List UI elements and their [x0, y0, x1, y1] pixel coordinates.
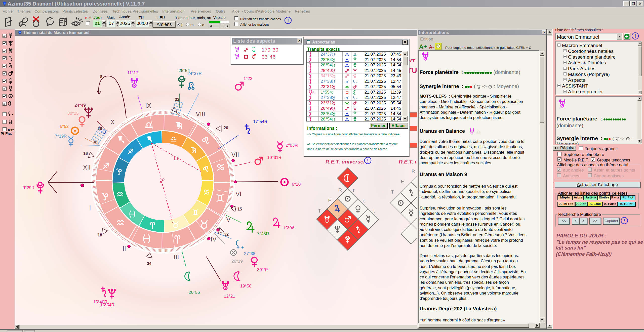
svg-text:IX: IX: [145, 102, 151, 109]
svg-text:!: !: [367, 158, 369, 163]
svg-text:R: R: [412, 169, 415, 174]
svg-text:20°56: 20°56: [189, 290, 200, 295]
svg-text:VI: VI: [235, 190, 242, 197]
svg-text:R: R: [338, 187, 342, 193]
svg-text:19°31R: 19°31R: [267, 155, 281, 160]
svg-text:r: r: [353, 187, 355, 193]
svg-text:VII: VII: [231, 151, 239, 158]
svg-text:17°54R: 17°54R: [253, 119, 267, 124]
svg-text:28: 28: [98, 127, 102, 131]
svg-text:R.E.T. universel: R.E.T. universel: [326, 159, 365, 164]
svg-text:1°23: 1°23: [244, 76, 252, 81]
svg-text:T: T: [391, 189, 394, 195]
svg-text:15: 15: [237, 207, 242, 211]
svg-text:E: E: [328, 198, 331, 203]
svg-text:24°49: 24°49: [74, 103, 86, 108]
svg-text:T: T: [318, 208, 321, 214]
svg-text:V: V: [226, 216, 231, 223]
svg-text:6°18: 6°18: [292, 182, 301, 187]
svg-text:!: !: [624, 218, 625, 223]
svg-text:9°29R: 9°29R: [23, 185, 34, 190]
svg-text:26°19: 26°19: [231, 259, 243, 264]
svg-text:X: X: [110, 118, 115, 126]
svg-text:XI: XI: [93, 139, 99, 146]
svg-text:E: E: [401, 179, 404, 184]
svg-text:27°38: 27°38: [244, 251, 255, 256]
svg-text:R.E.T. i: R.E.T. i: [399, 159, 417, 164]
svg-text:II: II: [123, 245, 126, 252]
svg-text:18: 18: [98, 233, 102, 237]
svg-text:15°54R: 15°54R: [100, 303, 114, 307]
svg-text:32: 32: [175, 97, 179, 102]
svg-text:VIII: VIII: [196, 110, 205, 117]
svg-text:2°03R: 2°03R: [286, 143, 298, 148]
svg-text:IV: IV: [211, 236, 217, 243]
svg-text:12°21: 12°21: [224, 294, 235, 299]
svg-text:I: I: [89, 204, 91, 211]
svg-text:6°52: 6°52: [60, 124, 69, 129]
svg-text:11°17: 11°17: [127, 70, 138, 75]
svg-text:t: t: [373, 208, 375, 214]
svg-text:24°37R: 24°37R: [187, 71, 202, 76]
svg-text:16: 16: [83, 151, 88, 156]
svg-text:7°19R: 7°19R: [55, 134, 67, 139]
svg-text:26: 26: [224, 126, 228, 130]
svg-text:32: 32: [224, 232, 229, 236]
svg-text:7°45R: 7°45R: [257, 231, 269, 236]
svg-text:30°15: 30°15: [67, 111, 79, 116]
svg-text:III: III: [174, 254, 179, 261]
svg-text:8: 8: [100, 75, 102, 79]
svg-text:!: !: [287, 18, 289, 23]
svg-text:e: e: [363, 198, 365, 203]
svg-text:19°58: 19°58: [240, 284, 252, 288]
svg-text:!: !: [634, 33, 636, 39]
svg-text:15°06: 15°06: [283, 226, 294, 230]
svg-text:XII: XII: [83, 164, 91, 171]
svg-text:?: ?: [437, 44, 439, 48]
svg-text:34: 34: [147, 261, 151, 266]
svg-text:30°07: 30°07: [257, 267, 268, 272]
